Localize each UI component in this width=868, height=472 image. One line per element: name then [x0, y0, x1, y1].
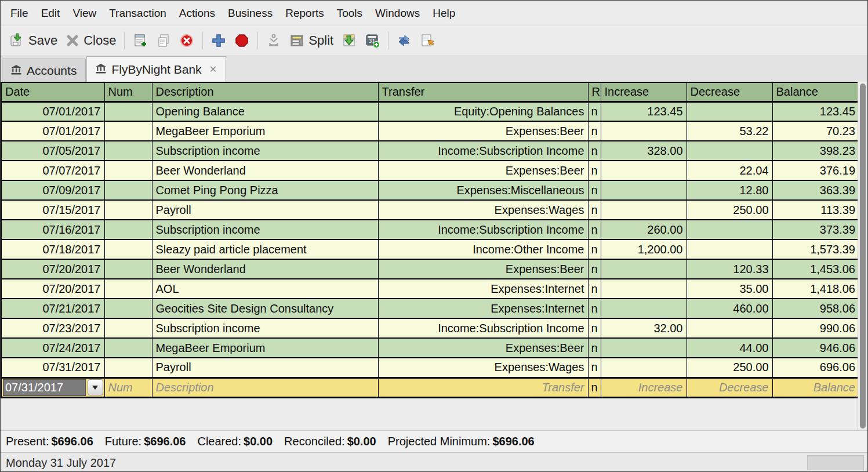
cell-transfer[interactable]: Income:Subscription Income [378, 318, 588, 338]
cell-balance[interactable]: 70.23 [772, 121, 859, 141]
scrollbar-thumb[interactable] [860, 83, 866, 429]
cell-reconciled[interactable]: n [588, 101, 601, 121]
cell-description[interactable]: Subscription income [152, 220, 378, 239]
vertical-scrollbar[interactable] [858, 82, 867, 430]
table-row[interactable]: 07/16/2017 Subscription income Income:Su… [1, 220, 859, 239]
edit-num-cell[interactable]: Num [104, 377, 152, 397]
table-row[interactable]: 07/09/2017 Comet Ping Pong Pizza Expense… [1, 180, 859, 200]
cell-decrease[interactable] [687, 141, 772, 161]
cell-reconciled[interactable]: n [588, 358, 601, 377]
table-row[interactable]: 07/21/2017 Geocities Site Design Consult… [1, 299, 859, 318]
cell-description[interactable]: Comet Ping Pong Pizza [152, 180, 378, 200]
edit-transfer-cell[interactable]: Transfer [378, 377, 588, 397]
save-button[interactable]: Save [5, 31, 61, 50]
menu-item-business[interactable]: Business [221, 2, 279, 24]
table-row[interactable]: 07/31/2017 Payroll Expenses:Wages n 250.… [1, 358, 859, 377]
cell-increase[interactable] [601, 259, 687, 279]
table-row[interactable]: 07/01/2017 Opening Balance Equity:Openin… [1, 101, 859, 121]
cell-num[interactable] [104, 161, 152, 180]
cell-num[interactable] [104, 200, 152, 220]
cell-decrease[interactable]: 12.80 [687, 180, 772, 200]
cell-balance[interactable]: 376.19 [772, 161, 859, 180]
cell-decrease[interactable] [687, 220, 772, 239]
cell-balance[interactable]: 113.39 [772, 200, 859, 220]
cell-date[interactable]: 07/16/2017 [1, 220, 104, 239]
table-row[interactable]: 07/15/2017 Payroll Expenses:Wages n 250.… [1, 200, 859, 220]
menu-item-help[interactable]: Help [426, 2, 462, 24]
tab-close-icon[interactable]: ✕ [209, 65, 217, 74]
delete-button[interactable] [175, 31, 198, 50]
cell-decrease[interactable] [687, 239, 772, 259]
cell-increase[interactable]: 32.00 [601, 318, 687, 338]
cell-num[interactable] [104, 338, 152, 358]
cell-date[interactable]: 07/01/2017 [1, 121, 104, 141]
tab-flybynight-bank[interactable]: FlyByNight Bank ✕ [86, 56, 226, 82]
column-header-balance[interactable]: Balance [772, 82, 859, 101]
close-button[interactable]: Close [61, 31, 120, 50]
cell-date[interactable]: 07/18/2017 [1, 239, 104, 259]
menu-item-actions[interactable]: Actions [173, 2, 221, 24]
cell-date[interactable]: 07/05/2017 [1, 141, 104, 161]
cell-transfer[interactable]: Expenses:Miscellaneous [378, 180, 588, 200]
cell-decrease[interactable] [687, 318, 772, 338]
cell-num[interactable] [104, 180, 152, 200]
column-header-description[interactable]: Description [152, 82, 378, 101]
cancel-button[interactable] [230, 31, 253, 50]
cell-date[interactable]: 07/15/2017 [1, 200, 104, 220]
menu-item-windows[interactable]: Windows [369, 2, 426, 24]
menu-item-view[interactable]: View [66, 2, 103, 24]
cell-date[interactable]: 07/21/2017 [1, 299, 104, 318]
menu-item-file[interactable]: File [4, 2, 35, 24]
cell-increase[interactable] [601, 161, 687, 180]
cell-transfer[interactable]: Income:Subscription Income [378, 141, 588, 161]
cell-balance[interactable]: 363.39 [772, 180, 859, 200]
cell-balance[interactable]: 1,573.39 [772, 239, 859, 259]
cell-num[interactable] [104, 279, 152, 299]
column-header-transfer[interactable]: Transfer [378, 82, 588, 101]
cell-decrease[interactable] [687, 101, 772, 121]
cell-description[interactable]: MegaBeer Emporium [152, 121, 378, 141]
cell-decrease[interactable]: 250.00 [687, 200, 772, 220]
menu-item-edit[interactable]: Edit [35, 2, 67, 24]
cell-increase[interactable] [601, 180, 687, 200]
cell-reconciled[interactable]: n [588, 161, 601, 180]
tab-accounts[interactable]: Accounts [2, 59, 86, 82]
cell-transfer[interactable]: Expenses:Wages [378, 358, 588, 377]
column-header-increase[interactable]: Increase [601, 82, 687, 101]
cell-transfer[interactable]: Expenses:Beer [378, 259, 588, 279]
cell-decrease[interactable]: 120.33 [687, 259, 772, 279]
cell-num[interactable] [104, 220, 152, 239]
cell-date[interactable]: 07/09/2017 [1, 180, 104, 200]
cell-transfer[interactable]: Expenses:Beer [378, 121, 588, 141]
table-row[interactable]: 07/18/2017 Sleazy paid article placement… [1, 239, 859, 259]
cell-description[interactable]: Beer Wonderland [152, 259, 378, 279]
cell-increase[interactable]: 260.00 [601, 220, 687, 239]
cell-reconciled[interactable]: n [588, 299, 601, 318]
cell-num[interactable] [104, 358, 152, 377]
cell-increase[interactable]: 328.00 [601, 141, 687, 161]
cell-balance[interactable]: 1,453.06 [772, 259, 859, 279]
transaction-edit-row[interactable]: 07/31/2017 Num Description Transfer n In… [1, 377, 859, 397]
cell-balance[interactable]: 958.06 [772, 299, 859, 318]
cell-reconciled[interactable]: n [588, 338, 601, 358]
cell-increase[interactable] [601, 299, 687, 318]
cell-num[interactable] [104, 299, 152, 318]
cell-decrease[interactable]: 44.00 [687, 338, 772, 358]
enter-button[interactable] [207, 31, 230, 50]
cell-description[interactable]: MegaBeer Emporium [152, 338, 378, 358]
cell-description[interactable]: Payroll [152, 358, 378, 377]
cell-increase[interactable]: 123.45 [601, 101, 687, 121]
cell-date[interactable]: 07/31/2017 [1, 358, 104, 377]
edit-reconciled-cell[interactable]: n [588, 377, 601, 397]
cell-transfer[interactable]: Income:Subscription Income [378, 220, 588, 239]
cell-date[interactable]: 07/24/2017 [1, 338, 104, 358]
duplicate-button[interactable] [129, 31, 152, 50]
cell-description[interactable]: Subscription income [152, 141, 378, 161]
cell-description[interactable]: Subscription income [152, 318, 378, 338]
cell-increase[interactable] [601, 338, 687, 358]
cell-reconciled[interactable]: n [588, 220, 601, 239]
cell-num[interactable] [104, 259, 152, 279]
column-header-num[interactable]: Num [104, 82, 152, 101]
edit-balance-cell[interactable]: Balance [772, 377, 859, 397]
edit-increase-cell[interactable]: Increase [601, 377, 687, 397]
